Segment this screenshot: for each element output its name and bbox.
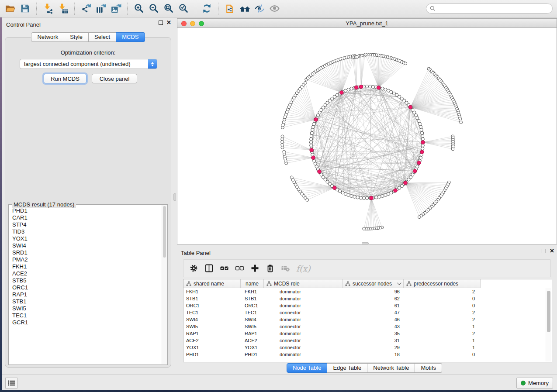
mcds-result-item[interactable]: STB1 bbox=[9, 298, 162, 305]
network-node[interactable] bbox=[381, 87, 384, 90]
tab-select[interactable]: Select bbox=[89, 32, 116, 42]
tab-motifs[interactable]: Motifs bbox=[415, 363, 442, 373]
mcds-hub-node[interactable] bbox=[354, 86, 358, 89]
mcds-list-scrollbar[interactable] bbox=[162, 205, 167, 364]
mcds-hub-node[interactable] bbox=[370, 196, 374, 200]
table-row[interactable]: TEC1TEC1connector472 bbox=[183, 309, 552, 316]
mcds-hub-node[interactable] bbox=[408, 105, 412, 109]
open-folder-icon[interactable] bbox=[3, 2, 17, 16]
network-node[interactable] bbox=[419, 156, 422, 159]
deselect-all-icon[interactable] bbox=[234, 263, 245, 274]
mcds-result-item[interactable]: YOX1 bbox=[9, 235, 162, 242]
network-node[interactable] bbox=[311, 125, 315, 128]
table-row[interactable]: YOX1YOX1connector291 bbox=[183, 344, 552, 351]
run-mcds-button[interactable]: Run MCDS bbox=[44, 74, 86, 83]
mcds-hub-node[interactable] bbox=[421, 141, 425, 144]
table-row[interactable]: STB1STB1dominator620 bbox=[183, 295, 552, 302]
tab-mcds[interactable]: MCDS bbox=[116, 32, 145, 42]
leaf-node[interactable] bbox=[281, 143, 284, 146]
network-node[interactable] bbox=[356, 196, 359, 199]
mcds-result-item[interactable]: TEC1 bbox=[9, 312, 162, 319]
leaf-node[interactable] bbox=[290, 176, 293, 179]
mcds-result-item[interactable]: ACE2 bbox=[9, 270, 162, 277]
gear-icon[interactable] bbox=[188, 263, 199, 274]
mcds-hub-node[interactable] bbox=[394, 189, 398, 193]
network-node[interactable] bbox=[365, 196, 368, 199]
leaf-node[interactable] bbox=[451, 148, 454, 151]
mcds-hub-node[interactable] bbox=[359, 85, 363, 89]
tab-network[interactable]: Network bbox=[31, 32, 64, 42]
memory-button[interactable]: Memory bbox=[516, 378, 553, 389]
network-node[interactable] bbox=[381, 194, 384, 197]
table-row[interactable]: ORC1ORC1dominator610 bbox=[183, 302, 552, 309]
export-table-icon[interactable] bbox=[93, 2, 108, 16]
zoom-fit-icon[interactable] bbox=[161, 2, 176, 16]
column-header-shared-name[interactable]: shared name bbox=[183, 279, 241, 288]
mcds-hub-node[interactable] bbox=[420, 150, 424, 154]
leaf-node[interactable] bbox=[304, 81, 307, 84]
mcds-hub-node[interactable] bbox=[311, 156, 315, 160]
sort-chevron-icon[interactable] bbox=[397, 281, 401, 285]
export-image-icon[interactable] bbox=[108, 2, 123, 16]
criterion-dropdown[interactable]: largest connected component (undirected) bbox=[20, 59, 157, 69]
network-node[interactable] bbox=[310, 138, 313, 141]
mcds-hub-node[interactable] bbox=[318, 170, 322, 174]
column-header-successor-nodes[interactable]: successor nodes bbox=[343, 279, 404, 288]
mcds-result-item[interactable]: GCR1 bbox=[9, 319, 162, 326]
mcds-result-item[interactable]: SWI5 bbox=[9, 305, 162, 312]
mcds-hub-node[interactable] bbox=[310, 148, 314, 152]
tab-edge-table[interactable]: Edge Table bbox=[327, 363, 367, 373]
network-node[interactable] bbox=[384, 193, 387, 196]
network-node[interactable] bbox=[365, 85, 368, 88]
mcds-hub-node[interactable] bbox=[332, 186, 336, 190]
mcds-hub-node[interactable] bbox=[314, 118, 318, 122]
network-node[interactable] bbox=[372, 85, 375, 88]
add-column-icon[interactable] bbox=[249, 263, 260, 274]
leaf-node[interactable] bbox=[460, 121, 463, 124]
network-node[interactable] bbox=[310, 131, 313, 134]
network-node[interactable] bbox=[362, 196, 365, 199]
network-graph[interactable] bbox=[177, 28, 557, 244]
float-panel-icon[interactable] bbox=[159, 21, 163, 25]
zoom-out-icon[interactable] bbox=[146, 2, 161, 16]
network-node[interactable] bbox=[378, 195, 381, 198]
leaf-node[interactable] bbox=[418, 216, 421, 219]
mcds-result-item[interactable]: ORC1 bbox=[9, 284, 162, 291]
network-node[interactable] bbox=[309, 141, 312, 144]
columns-icon[interactable] bbox=[204, 263, 214, 274]
network-node[interactable] bbox=[310, 144, 313, 147]
select-all-icon[interactable] bbox=[219, 263, 229, 274]
leaf-node[interactable] bbox=[363, 227, 366, 230]
mcds-hub-node[interactable] bbox=[413, 169, 417, 173]
close-panel-icon[interactable]: ✕ bbox=[550, 249, 554, 253]
horizontal-splitter-handle[interactable] bbox=[362, 242, 369, 245]
save-icon[interactable] bbox=[17, 2, 32, 16]
network-node[interactable] bbox=[421, 147, 424, 150]
table-row[interactable]: PHD1PHD1dominator180 bbox=[183, 351, 552, 358]
leaf-node[interactable] bbox=[281, 135, 284, 138]
mcds-result-item[interactable]: RAP1 bbox=[9, 291, 162, 298]
mcds-result-item[interactable]: PMA2 bbox=[9, 256, 162, 263]
network-node[interactable] bbox=[359, 196, 362, 199]
table-row[interactable]: SWI4SWI4dominator462 bbox=[183, 316, 552, 323]
close-panel-button[interactable]: Close panel bbox=[92, 74, 137, 83]
delete-column-icon[interactable] bbox=[265, 263, 275, 274]
network-node[interactable] bbox=[310, 134, 313, 138]
network-node[interactable] bbox=[347, 88, 350, 91]
column-header-name[interactable]: name bbox=[241, 279, 264, 288]
search-field[interactable] bbox=[426, 3, 553, 14]
network-node[interactable] bbox=[313, 122, 316, 125]
tab-style[interactable]: Style bbox=[64, 32, 89, 42]
network-node[interactable] bbox=[369, 85, 372, 88]
column-header-predecessor-nodes[interactable]: predecessor nodes bbox=[404, 279, 481, 288]
network-window-titlebar[interactable]: YPA_prune.txt_1 bbox=[177, 19, 557, 28]
network-canvas[interactable] bbox=[177, 28, 557, 244]
network-node[interactable] bbox=[384, 88, 387, 91]
table-scrollbar[interactable] bbox=[546, 288, 551, 361]
mcds-result-item[interactable]: FKH1 bbox=[9, 263, 162, 270]
mcds-result-item[interactable]: STP4 bbox=[9, 221, 162, 228]
mcds-result-item[interactable]: TID3 bbox=[9, 228, 162, 235]
mcds-result-item[interactable]: PHD1 bbox=[9, 207, 162, 214]
table-row[interactable]: SWI5SWI5connector431 bbox=[183, 323, 552, 330]
refresh-icon[interactable] bbox=[199, 2, 214, 16]
